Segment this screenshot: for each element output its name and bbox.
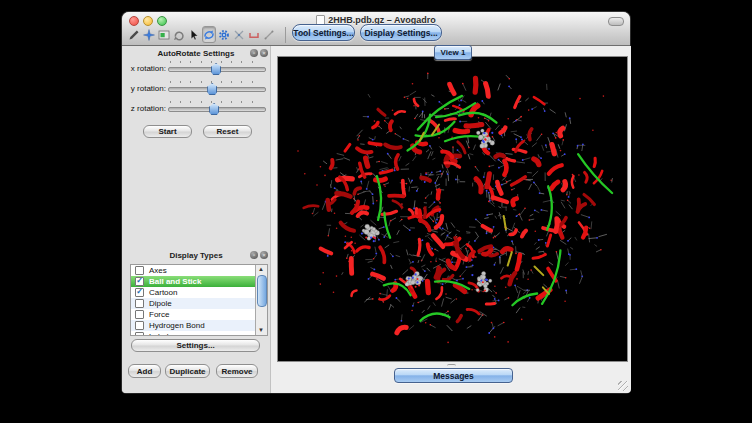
y-rotation-label: y rotation: bbox=[122, 84, 166, 93]
z-rotation-slider[interactable] bbox=[168, 101, 264, 115]
manipulate-tool-button[interactable] bbox=[172, 26, 186, 43]
selection-tool-button[interactable] bbox=[187, 26, 201, 43]
autorotate-float-button[interactable]: ▫ bbox=[250, 49, 258, 57]
checkbox[interactable] bbox=[135, 266, 144, 275]
display-type-row-axes[interactable]: Axes bbox=[131, 265, 267, 276]
display-type-label: Hydrogen Bond bbox=[149, 321, 205, 330]
draw-tool-button[interactable] bbox=[127, 26, 141, 43]
checkbox[interactable] bbox=[135, 310, 144, 319]
rotate-arrow-icon bbox=[173, 29, 185, 41]
y-rotation-slider-thumb[interactable] bbox=[207, 83, 217, 95]
gear-icon bbox=[218, 29, 230, 41]
autorotate-close-button[interactable]: × bbox=[260, 49, 268, 57]
checkbox[interactable] bbox=[135, 321, 144, 330]
auto-rotate-tool-button[interactable] bbox=[202, 26, 216, 43]
left-dock: AutoRotate Settings ▫ × x rotation: y ro… bbox=[122, 46, 270, 393]
x-rotation-slider[interactable] bbox=[168, 61, 264, 75]
diagonal-line-icon bbox=[263, 29, 275, 41]
hemoglobin-molecule-render bbox=[278, 57, 627, 361]
display-types-list[interactable]: Axes✓Ball and Stick✓CartoonDipoleForceHy… bbox=[130, 264, 268, 336]
navigate-tool-button[interactable] bbox=[142, 26, 156, 43]
display-settings-button[interactable]: Display Settings... bbox=[360, 24, 442, 41]
display-type-row-label[interactable]: Label bbox=[131, 331, 267, 336]
tool-buttons bbox=[127, 26, 276, 43]
gl-viewport[interactable] bbox=[278, 57, 627, 361]
display-type-row-ball-and-stick[interactable]: ✓Ball and Stick bbox=[131, 276, 267, 287]
settings-button[interactable]: Settings... bbox=[131, 339, 260, 352]
compass-star-icon bbox=[143, 29, 155, 41]
z-matrix-tool-button[interactable] bbox=[262, 26, 276, 43]
autorotate-icon bbox=[203, 29, 215, 41]
slider-ticks bbox=[170, 81, 262, 83]
display-types-float-button[interactable]: ▫ bbox=[250, 251, 258, 259]
chart-icon bbox=[158, 29, 170, 41]
tool-settings-button[interactable]: Tool Settings... bbox=[292, 24, 355, 41]
measure-cross-icon bbox=[233, 29, 245, 41]
auto-optimize-tool-button[interactable] bbox=[217, 26, 231, 43]
align-bracket-icon bbox=[248, 29, 260, 41]
toolbar-toggle-pill-button[interactable] bbox=[608, 17, 624, 26]
x-rotation-label: x rotation: bbox=[122, 64, 166, 73]
viewport-area: View 1 Messages bbox=[270, 46, 631, 393]
z-rotation-label: z rotation: bbox=[122, 104, 166, 113]
display-type-label: Cartoon bbox=[149, 288, 177, 297]
remove-button[interactable]: Remove bbox=[216, 364, 258, 378]
display-types-close-button[interactable]: × bbox=[260, 251, 268, 259]
display-type-label: Label bbox=[149, 332, 169, 336]
display-type-label: Ball and Stick bbox=[149, 277, 201, 286]
display-type-label: Axes bbox=[149, 266, 167, 275]
toolbar-separator bbox=[285, 27, 286, 43]
messages-button[interactable]: Messages bbox=[394, 368, 513, 383]
display-type-row-hydrogen-bond[interactable]: Hydrogen Bond bbox=[131, 320, 267, 331]
avogadro-window: 2HHB.pdb.gz – Avogadro bbox=[122, 12, 630, 393]
add-button[interactable]: Add bbox=[128, 364, 161, 378]
display-types-panel-title: Display Types bbox=[122, 251, 270, 260]
checkbox[interactable] bbox=[135, 299, 144, 308]
cursor-icon bbox=[188, 29, 200, 41]
align-tool-button[interactable] bbox=[247, 26, 261, 43]
z-rotation-slider-thumb[interactable] bbox=[209, 103, 219, 115]
display-type-label: Force bbox=[149, 310, 169, 319]
slider-ticks bbox=[170, 101, 262, 103]
start-button[interactable]: Start bbox=[143, 125, 192, 138]
display-type-row-dipole[interactable]: Dipole bbox=[131, 298, 267, 309]
display-type-row-force[interactable]: Force bbox=[131, 309, 267, 320]
display-type-label: Dipole bbox=[149, 299, 172, 308]
checkbox[interactable] bbox=[135, 332, 144, 336]
measure-tool-button[interactable] bbox=[232, 26, 246, 43]
display-types-rows: Axes✓Ball and Stick✓CartoonDipoleForceHy… bbox=[131, 265, 267, 336]
y-rotation-slider[interactable] bbox=[168, 81, 264, 95]
resize-grip[interactable] bbox=[618, 381, 628, 391]
bond-centric-tool-button[interactable] bbox=[157, 26, 171, 43]
scroll-down-arrow-icon[interactable]: ▼ bbox=[256, 326, 266, 335]
display-type-row-cartoon[interactable]: ✓Cartoon bbox=[131, 287, 267, 298]
autorotate-panel-title: AutoRotate Settings bbox=[122, 49, 270, 58]
list-scrollbar[interactable]: ▲ ▼ bbox=[255, 265, 267, 335]
x-rotation-slider-thumb[interactable] bbox=[211, 63, 221, 75]
checkbox[interactable]: ✓ bbox=[135, 288, 144, 297]
desktop: { "window": { "title": "2HHB.pdb.gz – Av… bbox=[0, 0, 752, 423]
view-tab[interactable]: View 1 bbox=[434, 45, 472, 60]
reset-button[interactable]: Reset bbox=[203, 125, 252, 138]
scrollbar-thumb[interactable] bbox=[257, 275, 267, 307]
title-bar[interactable]: 2HHB.pdb.gz – Avogadro bbox=[122, 12, 630, 46]
slider-ticks bbox=[170, 61, 262, 63]
pencil-icon bbox=[128, 29, 140, 41]
checkbox[interactable]: ✓ bbox=[135, 277, 144, 286]
duplicate-button[interactable]: Duplicate bbox=[165, 364, 210, 378]
scroll-up-arrow-icon[interactable]: ▲ bbox=[256, 265, 266, 274]
